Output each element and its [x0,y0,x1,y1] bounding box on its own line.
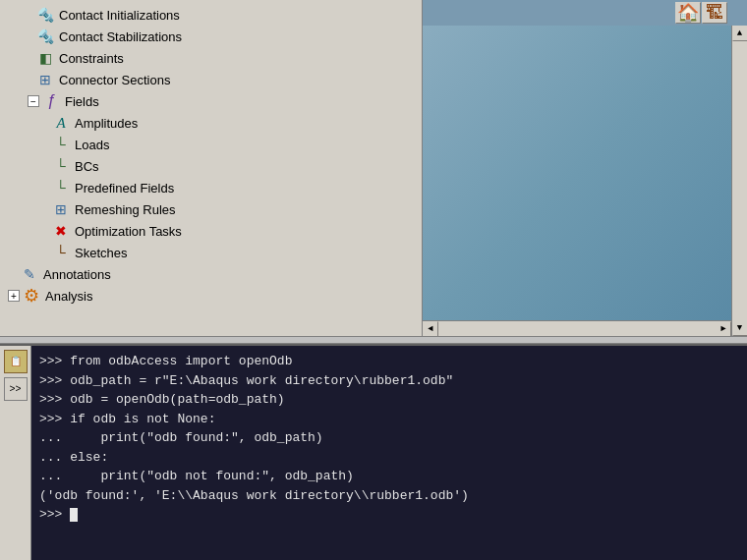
console-line-9: >>> [39,505,739,525]
console-panel: 📋 >> >>> from odbAccess import openOdb >… [0,344,747,560]
annotations-label: Annotations [43,267,111,282]
sidebar-item-fields[interactable]: − ƒ Fields [0,90,422,112]
sidebar-item-constraints[interactable]: ◧ Constraints [0,47,422,69]
console-prompt: >>> [39,507,70,522]
amplitudes-label: Amplitudes [75,116,138,131]
console-line-3: >>> odb = openOdb(path=odb_path) [39,390,739,410]
viewport-toolbar: 🏠 🏗 [675,2,727,24]
connector-sections-icon: ⊞ [35,71,55,88]
console-sidebar: 📋 >> [0,346,31,560]
predefined-fields-label: Predefined Fields [75,181,174,196]
scroll-right-btn[interactable]: ► [716,321,731,337]
main-area: 🔩 Contact Initializations 🔩 Contact Stab… [0,0,747,336]
viewport-scrollbar-h[interactable]: ◄ ► [423,320,731,336]
bcs-label: BCs [75,159,99,174]
contact-stab-icon: 🔩 [35,28,55,45]
console-btn-2[interactable]: >> [4,377,28,401]
viewport-scrollbar-v[interactable]: ▲ ▼ [731,26,747,336]
console-line-2: >>> odb_path = r"E:\Abaqus work director… [39,371,739,391]
contact-init-label: Contact Initializations [59,8,180,23]
sidebar-item-sketches[interactable]: └ Sketches [0,242,422,263]
sketches-label: Sketches [75,246,127,260]
connector-sections-label: Connector Sections [59,73,170,87]
sketches-icon: └ [51,244,71,261]
sidebar-item-contact-initializations[interactable]: 🔩 Contact Initializations [0,4,422,26]
fields-icon: ƒ [41,92,61,110]
sidebar-item-analysis[interactable]: + ⚙ Analysis [0,285,422,307]
panel-divider[interactable] [0,336,747,344]
constraints-label: Constraints [59,51,124,66]
viewport-tool-btn-1[interactable]: 🏠 [675,2,701,24]
remeshing-rules-icon: ⊞ [51,200,71,218]
console-line-8: ('odb found:', 'E:\\Abaqus work director… [39,486,739,506]
fields-expand-btn[interactable]: − [28,95,39,107]
fields-label: Fields [65,94,99,109]
constraints-icon: ◧ [35,49,55,67]
viewport-3d-area [423,26,731,320]
contact-stab-label: Contact Stabilizations [59,29,182,44]
scroll-up-btn[interactable]: ▲ [732,26,748,41]
analysis-expand-btn[interactable]: + [8,290,20,302]
console-line-4: >>> if odb is not None: [39,410,739,429]
sidebar-item-optimization-tasks[interactable]: ✖ Optimization Tasks [0,220,422,242]
console-btn-1[interactable]: 📋 [4,350,28,373]
sidebar-item-amplitudes[interactable]: A Amplitudes [0,112,422,134]
scroll-left-btn[interactable]: ◄ [423,321,438,337]
sidebar-item-predefined-fields[interactable]: └ Predefined Fields [0,177,422,198]
sidebar-item-bcs[interactable]: └ BCs [0,155,422,177]
analysis-label: Analysis [45,289,92,304]
tree-panel: 🔩 Contact Initializations 🔩 Contact Stab… [0,0,423,336]
console-line-5: ... print("odb found:", odb_path) [39,428,739,448]
annotations-icon: ✎ [20,265,39,283]
sidebar-item-loads[interactable]: └ Loads [0,134,422,155]
console-line-7: ... print("odb not found:", odb_path) [39,467,739,486]
loads-label: Loads [75,138,109,152]
sidebar-item-connector-sections[interactable]: ⊞ Connector Sections [0,69,422,90]
remeshing-rules-label: Remeshing Rules [75,202,176,217]
bcs-icon: └ [51,157,71,175]
console-output[interactable]: >>> from odbAccess import openOdb >>> od… [31,346,747,560]
sidebar-item-remeshing-rules[interactable]: ⊞ Remeshing Rules [0,198,422,220]
console-cursor [70,508,78,522]
contact-init-icon: 🔩 [35,6,55,24]
viewport-tool-btn-2[interactable]: 🏗 [702,2,727,24]
loads-icon: └ [51,136,71,153]
console-line-6: ... else: [39,448,739,468]
sidebar-item-annotations[interactable]: ✎ Annotations [0,263,422,285]
predefined-fields-icon: └ [51,179,71,196]
analysis-icon: ⚙ [22,287,41,305]
optimization-tasks-label: Optimization Tasks [75,224,182,239]
sidebar-item-contact-stabilizations[interactable]: 🔩 Contact Stabilizations [0,26,422,47]
viewport-panel: 🏠 🏗 ▲ ▼ ◄ ► [423,0,747,336]
optimization-tasks-icon: ✖ [51,222,71,240]
amplitudes-icon: A [51,114,71,132]
console-line-1: >>> from odbAccess import openOdb [39,352,739,371]
scroll-down-btn[interactable]: ▼ [732,320,748,336]
